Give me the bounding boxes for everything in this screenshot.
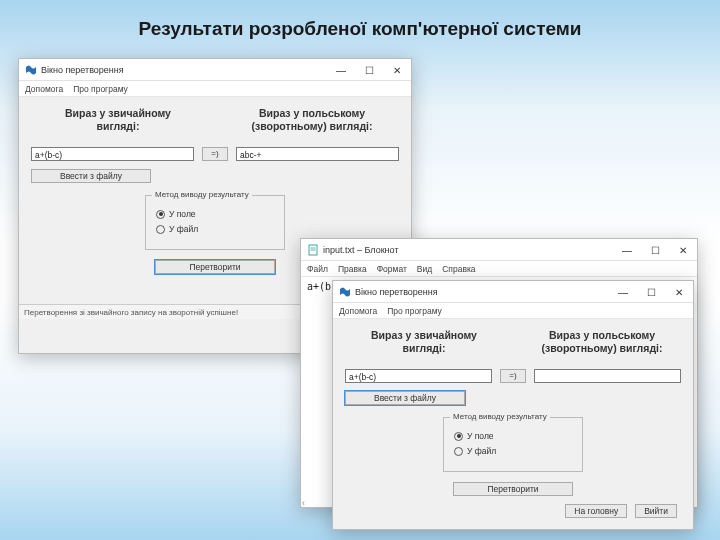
group-legend: Метод виводу результату xyxy=(450,412,550,421)
notepad-icon xyxy=(307,244,319,256)
input-expression-field[interactable]: a+(b-c) xyxy=(31,147,194,161)
menu-bar: Допомога Про програму xyxy=(19,81,411,97)
radio-label: У поле xyxy=(169,209,196,219)
menu-format[interactable]: Формат xyxy=(377,264,407,274)
right-label: Вираз у польському (зворотньому) вигляді… xyxy=(225,107,399,133)
radio-label: У файл xyxy=(169,224,198,234)
radio-label: У файл xyxy=(467,446,496,456)
menu-help[interactable]: Справка xyxy=(442,264,475,274)
menu-about[interactable]: Про програму xyxy=(387,306,442,316)
convert-button[interactable]: Перетворити xyxy=(155,260,275,274)
radio-to-file[interactable]: У файл xyxy=(156,224,274,234)
load-file-button[interactable]: Ввести з файлу xyxy=(345,391,465,405)
left-label: Вираз у звичайному вигляді: xyxy=(31,107,205,133)
window-title: Вікно перетворення xyxy=(41,65,124,75)
exit-button[interactable]: Вийти xyxy=(635,504,677,518)
radio-icon xyxy=(454,447,463,456)
slide-title: Результати розробленої комп'ютерної сист… xyxy=(0,18,720,40)
group-legend: Метод виводу результату xyxy=(152,190,252,199)
titlebar[interactable]: input.txt – Блокнот — ☐ ✕ xyxy=(301,239,697,261)
output-expression-field[interactable] xyxy=(534,369,681,383)
radio-icon xyxy=(156,210,165,219)
left-label: Вираз у звичайному вигляді: xyxy=(345,329,503,355)
menu-help[interactable]: Допомога xyxy=(25,84,63,94)
menu-bar: Файл Правка Формат Вид Справка xyxy=(301,261,697,277)
menu-view[interactable]: Вид xyxy=(417,264,432,274)
output-method-group: Метод виводу результату У поле У файл xyxy=(443,417,583,472)
convert-arrow-button[interactable]: =) xyxy=(202,147,228,161)
menu-about[interactable]: Про програму xyxy=(73,84,128,94)
minimize-button[interactable]: — xyxy=(609,281,637,303)
radio-to-field[interactable]: У поле xyxy=(156,209,274,219)
minimize-button[interactable]: — xyxy=(613,239,641,261)
menu-edit[interactable]: Правка xyxy=(338,264,367,274)
window-convert-2: Вікно перетворення — ☐ ✕ Допомога Про пр… xyxy=(332,280,694,530)
menu-help[interactable]: Допомога xyxy=(339,306,377,316)
home-button[interactable]: На головну xyxy=(565,504,627,518)
close-button[interactable]: ✕ xyxy=(383,59,411,81)
minimize-button[interactable]: — xyxy=(327,59,355,81)
scroll-left-icon[interactable]: ‹ xyxy=(302,498,305,508)
input-expression-field[interactable]: a+(b-c) xyxy=(345,369,492,383)
titlebar[interactable]: Вікно перетворення — ☐ ✕ xyxy=(19,59,411,81)
app-icon xyxy=(25,64,37,76)
menu-bar: Допомога Про програму xyxy=(333,303,693,319)
convert-arrow-button[interactable]: =) xyxy=(500,369,526,383)
output-method-group: Метод виводу результату У поле У файл xyxy=(145,195,285,250)
maximize-button[interactable]: ☐ xyxy=(641,239,669,261)
maximize-button[interactable]: ☐ xyxy=(355,59,383,81)
menu-file[interactable]: Файл xyxy=(307,264,328,274)
window-title: Вікно перетворення xyxy=(355,287,438,297)
radio-to-file[interactable]: У файл xyxy=(454,446,572,456)
status-text: Перетворення зі звичайного запису на зво… xyxy=(24,308,238,317)
close-button[interactable]: ✕ xyxy=(665,281,693,303)
maximize-button[interactable]: ☐ xyxy=(637,281,665,303)
load-file-button[interactable]: Ввести з файлу xyxy=(31,169,151,183)
radio-label: У поле xyxy=(467,431,494,441)
radio-icon xyxy=(454,432,463,441)
radio-to-field[interactable]: У поле xyxy=(454,431,572,441)
titlebar[interactable]: Вікно перетворення — ☐ ✕ xyxy=(333,281,693,303)
right-label: Вираз у польському (зворотньому) вигляді… xyxy=(523,329,681,355)
app-icon xyxy=(339,286,351,298)
window-title: input.txt – Блокнот xyxy=(323,245,399,255)
close-button[interactable]: ✕ xyxy=(669,239,697,261)
output-expression-field[interactable]: abc-+ xyxy=(236,147,399,161)
radio-icon xyxy=(156,225,165,234)
convert-button[interactable]: Перетворити xyxy=(453,482,573,496)
